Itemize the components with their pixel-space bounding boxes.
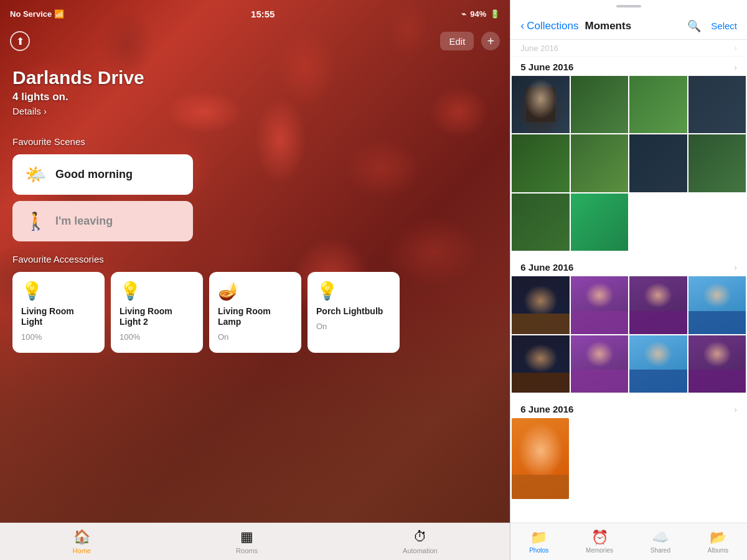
accessory-status-4: On [316, 322, 391, 331]
wifi-icon: 📶 [54, 9, 64, 19]
photo-cell[interactable] [512, 134, 569, 192]
photo-cell[interactable] [571, 276, 628, 334]
accessory-living-room-lamp[interactable]: 🪔 Living Room Lamp On [209, 272, 301, 353]
albums-tab-icon: 📂 [710, 530, 726, 546]
accessory-status-3: On [218, 332, 293, 342]
photo-cell[interactable] [512, 276, 569, 334]
service-label: No Service [10, 9, 52, 19]
scene-sun-icon: 🌤️ [25, 164, 47, 185]
accessories-section-label: Favourite Accessories [12, 254, 497, 264]
accessory-name-1: Living Room Light [21, 306, 96, 327]
photos-tab-bar: 📁 Photos ⏰ Memories ☁️ Shared 📂 Albums [510, 523, 747, 560]
photos-tab-icon: 📁 [530, 530, 547, 546]
accessories-grid: 💡 Living Room Light 100% 💡 Living Room L… [12, 272, 497, 353]
floor-lamp-icon: 🪔 [218, 281, 293, 301]
photo-cell[interactable] [512, 335, 569, 393]
accessory-living-room-light[interactable]: 💡 Living Room Light 100% [12, 272, 105, 353]
battery-label: 94% [470, 9, 486, 19]
tab-shared[interactable]: ☁️ Shared [641, 527, 680, 556]
collections-back-button[interactable]: Collections [527, 20, 578, 32]
accessory-name-2: Living Room Light 2 [120, 306, 194, 327]
accessory-living-room-light-2[interactable]: 💡 Living Room Light 2 100% [111, 272, 203, 353]
tab-photos[interactable]: 📁 Photos [519, 527, 558, 556]
lamp-icon-cyan: 💡 [21, 281, 96, 301]
details-link[interactable]: Details › [12, 106, 497, 116]
photo-grid-6-june-1 [510, 275, 747, 394]
scene-good-morning-label: Good morning [55, 168, 133, 181]
photo-cell[interactable] [571, 76, 628, 133]
section-6-june-1-chevron: › [734, 262, 737, 273]
accessory-name-3: Living Room Lamp [218, 306, 293, 327]
home-tab-icon: 🏠 [73, 529, 90, 545]
tab-memories[interactable]: ⏰ Memories [576, 527, 623, 556]
albums-tab-label: Albums [708, 547, 728, 554]
status-bar: No Service 📶 15:55 ⌁ 94% 🔋 [0, 0, 510, 27]
photo-cell[interactable] [629, 276, 687, 334]
tab-bar: 🏠 Home ▦ Rooms ⏱ Automation [0, 523, 510, 560]
right-status-bar [510, 0, 747, 12]
edit-button[interactable]: Edit [440, 32, 474, 50]
photo-grid-6-june-2 [510, 417, 747, 500]
section-5-june-title: 5 June 2016 [520, 62, 573, 72]
shared-tab-label: Shared [651, 547, 670, 554]
scene-house-icon: 🚶 [25, 211, 47, 231]
scene-good-morning[interactable]: 🌤️ Good morning [12, 154, 193, 195]
top-bar: ⬆ Edit + [0, 27, 510, 55]
photo-grid-5-june [510, 75, 747, 252]
scene-im-leaving-label: I'm leaving [55, 215, 113, 228]
photo-cell[interactable] [571, 134, 628, 192]
scroll-indicator [616, 5, 641, 7]
home-subtitle: 4 lights on. [12, 91, 497, 103]
home-tab-label: Home [73, 547, 91, 554]
photo-cell[interactable] [512, 194, 569, 251]
home-app-panel: No Service 📶 15:55 ⌁ 94% 🔋 ⬆ Edit + Darl… [0, 0, 510, 560]
photo-cell[interactable] [688, 134, 746, 192]
bluetooth-icon: ⌁ [461, 9, 466, 19]
section-6-june-1-bar[interactable]: 6 June 2016 › [510, 257, 747, 275]
bulb-icon-yellow: 💡 [316, 281, 391, 301]
accessory-status-1: 100% [21, 332, 96, 342]
tab-albums[interactable]: 📂 Albums [698, 527, 738, 556]
photo-cell-tall[interactable] [512, 418, 569, 499]
back-chevron-icon: ‹ [520, 19, 524, 32]
battery-icon: 🔋 [490, 9, 500, 19]
photo-cell[interactable] [512, 76, 569, 133]
photos-scroll-area[interactable]: June 2016 › 5 June 2016 › 6 June 2016 [510, 40, 747, 523]
prev-section-chevron: › [734, 42, 737, 54]
photos-app-panel: ‹ Collections Moments 🔍 Select June 2016… [510, 0, 747, 560]
automation-tab-icon: ⏱ [413, 529, 427, 545]
memories-tab-icon: ⏰ [591, 530, 608, 546]
home-title: Darlands Drive [12, 67, 497, 88]
section-6-june-2-title: 6 June 2016 [520, 404, 573, 414]
photo-cell[interactable] [571, 194, 628, 251]
accessory-porch-lightbulb[interactable]: 💡 Porch Lightbulb On [308, 272, 400, 353]
select-button[interactable]: Select [711, 21, 737, 31]
tab-automation[interactable]: ⏱ Automation [390, 526, 450, 557]
accessory-name-4: Porch Lightbulb [316, 306, 391, 317]
photo-cell[interactable] [629, 76, 687, 133]
section-6-june-2-bar[interactable]: 6 June 2016 › [510, 399, 747, 417]
tab-home[interactable]: 🏠 Home [60, 526, 103, 557]
section-6-june-1-title: 6 June 2016 [520, 262, 573, 273]
search-icon[interactable]: 🔍 [687, 19, 701, 33]
rooms-tab-icon: ▦ [240, 529, 253, 545]
photo-cell[interactable] [688, 276, 746, 334]
add-button[interactable]: + [481, 32, 500, 50]
scene-im-leaving[interactable]: 🚶 I'm leaving [12, 201, 193, 241]
section-5-june-chevron: › [734, 62, 737, 72]
photo-cell[interactable] [629, 134, 687, 192]
photo-cell[interactable] [688, 335, 746, 393]
time-display: 15:55 [251, 9, 275, 19]
photos-nav: ‹ Collections Moments 🔍 Select [510, 12, 747, 40]
photo-cell[interactable] [629, 335, 687, 393]
accessory-status-2: 100% [120, 332, 194, 342]
shared-tab-icon: ☁️ [652, 530, 669, 546]
photo-cell[interactable] [571, 335, 628, 393]
section-6-june-2-chevron: › [734, 404, 737, 414]
photo-cell[interactable] [688, 76, 746, 133]
location-button[interactable]: ⬆ [10, 31, 30, 51]
section-5-june-bar[interactable]: 5 June 2016 › [510, 57, 747, 75]
prev-section-title: June 2016 [520, 44, 558, 53]
tab-rooms[interactable]: ▦ Rooms [223, 526, 270, 557]
photos-tab-label: Photos [529, 547, 548, 554]
